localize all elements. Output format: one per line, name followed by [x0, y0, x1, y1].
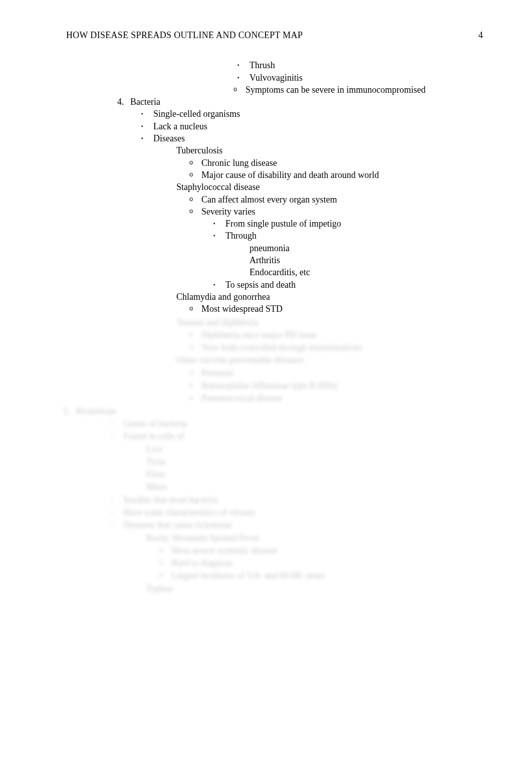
- list-item: Tuberculosis: [176, 145, 222, 155]
- list-item: Most widespread STD: [201, 304, 283, 314]
- list-item: Smaller that most bacteria: [123, 495, 217, 505]
- list-item: Tetanus and diphtheria: [176, 317, 258, 327]
- list-item: Hard to diagnose: [171, 558, 233, 568]
- list-item: Mites: [146, 482, 167, 492]
- document-body: ▪Thrush ▪Vulvovaginitis oSymptoms can be…: [66, 59, 487, 595]
- list-item: Vulvovaginitis: [249, 73, 303, 83]
- list-item: Other vaccine-preventable diseases: [176, 355, 304, 365]
- list-item: Have some characteristics of viruses: [123, 507, 255, 517]
- list-item: Rickettsiae: [76, 406, 116, 416]
- list-item: From single pustule of impetigo: [225, 219, 341, 229]
- list-item: Major cause of disability and death arou…: [201, 170, 379, 180]
- page-number: 4: [478, 29, 483, 41]
- list-item: Lice: [146, 444, 162, 454]
- list-item: Through: [225, 231, 256, 241]
- list-item: Haemophilus influenzae type B (Hib): [201, 380, 337, 391]
- list-item: Diseases: [153, 133, 185, 143]
- list-item: Diseases that cause rickettsiae: [123, 520, 232, 530]
- list-item: Found in cells of: [123, 431, 184, 441]
- list-item: Fleas: [146, 469, 165, 479]
- list-item: Typhus: [146, 583, 173, 594]
- list-item: Single-celled organisms: [153, 109, 240, 119]
- list-item: Symptoms can be severe in immunocompromi…: [245, 85, 425, 95]
- list-item: Diphtheria once major PH issue: [201, 330, 317, 340]
- list-item: Staphylococcal disease: [176, 182, 259, 192]
- list-item: Chronic lung disease: [201, 158, 277, 168]
- list-item: Ticks: [146, 457, 166, 467]
- list-item: Lack a nucleus: [153, 121, 207, 131]
- list-item: Severity varies: [201, 207, 255, 217]
- list-number: 4.: [117, 96, 124, 108]
- list-item: Chlamydia and gonorrhea: [176, 292, 270, 302]
- list-item: To sepsis and death: [225, 280, 296, 290]
- list-item: Endocarditis, etc: [249, 267, 310, 277]
- list-item: Pertussis: [201, 368, 233, 378]
- list-item: Can affect almost every organ system: [201, 194, 337, 205]
- list-item: Genus of bacteria: [123, 419, 187, 429]
- list-item: Thrush: [249, 60, 275, 70]
- list-item: Arthritis: [249, 255, 280, 265]
- list-item: pneumonia: [249, 243, 290, 253]
- locked-preview: Tetanus and diphtheria oDiphtheria once …: [120, 316, 487, 595]
- list-item: Largest incidence of 5-9- and 60-69- yea…: [171, 570, 325, 580]
- running-header-title: HOW DISEASE SPREADS OUTLINE AND CONCEPT …: [66, 29, 303, 41]
- list-item: Rocky Mountain Spotted Fever: [146, 533, 259, 543]
- list-item: Now both controlled through immunization…: [201, 342, 362, 352]
- list-item: Pneumococcal disease: [201, 393, 282, 403]
- list-item: Most severe systemic disease: [171, 545, 277, 555]
- list-item: Bacteria: [130, 97, 160, 107]
